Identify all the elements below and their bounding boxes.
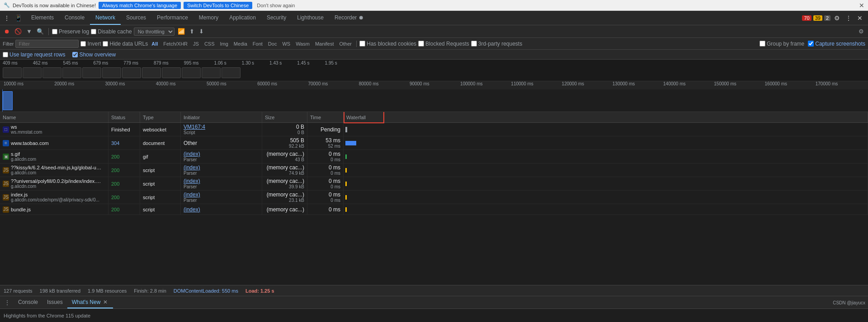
filter-button[interactable]: ▼ [25, 27, 33, 36]
more-options-button[interactable]: ⋮ [844, 14, 854, 23]
invert-label[interactable]: Invert [80, 41, 101, 47]
group-by-frame-label[interactable]: Group by frame [760, 41, 804, 47]
filter-other[interactable]: Other [337, 41, 354, 47]
filter-all[interactable]: All [150, 41, 160, 47]
filter-fetch-xhr[interactable]: Fetch/XHR [161, 41, 189, 47]
wifi-icon[interactable]: 📶 [176, 27, 186, 36]
tab-security[interactable]: Security [261, 11, 292, 25]
blocked-cookies-label[interactable]: Has blocked cookies [359, 41, 416, 47]
screenshot-thumb[interactable] [102, 67, 121, 78]
screenshot-thumb[interactable] [3, 67, 22, 78]
filter-manifest[interactable]: Manifest [313, 41, 336, 47]
whats-new-close-button[interactable]: ✕ [102, 299, 108, 305]
close-devtools-button[interactable]: ✕ [855, 14, 864, 23]
bottom-tab-whats-new[interactable]: What's New ✕ [67, 296, 113, 308]
screenshot-thumb[interactable] [23, 67, 42, 78]
clear-button[interactable]: 🚫 [13, 27, 23, 36]
capture-screenshots-label[interactable]: Capture screenshots [808, 41, 865, 47]
screenshot-thumb[interactable] [122, 67, 141, 78]
tab-sources[interactable]: Sources [121, 11, 151, 25]
filter-media[interactable]: Media [232, 41, 249, 47]
blocked-cookies-checkbox[interactable] [359, 41, 365, 47]
hide-urls-checkbox[interactable] [103, 41, 108, 47]
th-time[interactable]: Time [307, 112, 344, 122]
export-button[interactable]: ⬇ [198, 27, 205, 36]
screenshot-thumb[interactable] [62, 67, 81, 78]
screenshot-thumb[interactable] [162, 67, 181, 78]
disable-cache-label[interactable]: Disable cache [91, 28, 132, 35]
preserve-log-checkbox[interactable] [52, 29, 57, 34]
bottom-tab-console[interactable]: Console [14, 296, 42, 308]
filter-img[interactable]: Img [218, 41, 230, 47]
table-row[interactable]: ▣ s.gif g.alicdn.com 200 gif (index) Par… [0, 150, 868, 163]
large-rows-checkbox[interactable] [3, 52, 8, 57]
th-size[interactable]: Size [262, 112, 307, 122]
screenshot-thumb[interactable] [182, 67, 201, 78]
filter-js[interactable]: JS [191, 41, 201, 47]
large-rows-label[interactable]: Use large request rows [3, 51, 65, 58]
table-row[interactable]: □ ws ws.mmstat.com Finished websocket VM… [0, 123, 868, 136]
screenshot-thumb[interactable] [82, 67, 101, 78]
th-status[interactable]: Status [108, 112, 140, 122]
initiator-link[interactable]: (index) [184, 191, 200, 198]
disable-cache-checkbox[interactable] [91, 29, 96, 34]
table-row[interactable]: JS ??kissy/k/6.2.4/seed-min.js,kg/global… [0, 163, 868, 177]
filter-doc[interactable]: Doc [266, 41, 279, 47]
initiator-link[interactable]: VM167:4 [184, 124, 205, 130]
th-waterfall[interactable]: Waterfall [344, 112, 868, 122]
table-row[interactable]: JS ??universal/polyfill/0.0.2/p/index/in… [0, 177, 868, 191]
filter-css[interactable]: CSS [203, 41, 217, 47]
tab-performance[interactable]: Performance [151, 11, 193, 25]
filter-wasm[interactable]: Wasm [294, 41, 311, 47]
device-toggle-button[interactable]: 📱 [13, 14, 24, 23]
notification-close-button[interactable]: ✕ [859, 2, 864, 9]
screenshot-thumb[interactable] [202, 67, 221, 78]
devtools-menu-button[interactable]: ⋮ [2, 14, 12, 23]
bottom-tab-issues[interactable]: Issues [42, 296, 67, 308]
hide-urls-label[interactable]: Hide data URLs [103, 41, 148, 47]
th-initiator[interactable]: Initiator [181, 112, 262, 122]
tab-memory[interactable]: Memory [193, 11, 224, 25]
initiator-link[interactable]: (index) [184, 164, 200, 171]
dont-show-button[interactable]: Don't show again [257, 3, 295, 8]
show-overview-label[interactable]: Show overview [72, 51, 116, 58]
third-party-checkbox[interactable] [471, 41, 477, 47]
import-button[interactable]: ⬆ [188, 27, 196, 36]
settings-button[interactable]: ⚙ [832, 14, 842, 23]
screenshot-thumb[interactable] [142, 67, 161, 78]
tab-elements[interactable]: Elements [26, 11, 59, 25]
tab-network[interactable]: Network [90, 11, 121, 25]
throttling-select[interactable]: No throttling [134, 28, 175, 36]
th-type[interactable]: Type [140, 112, 181, 122]
filter-ws[interactable]: WS [280, 41, 292, 47]
tab-lighthouse[interactable]: Lighthouse [292, 11, 329, 25]
invert-checkbox[interactable] [80, 41, 86, 47]
screenshot-thumb[interactable] [42, 67, 61, 78]
switch-devtools-button[interactable]: Switch DevTools to Chinese [184, 2, 252, 9]
group-by-frame-checkbox[interactable] [760, 41, 765, 47]
preserve-log-label[interactable]: Preserve log [52, 28, 89, 35]
initiator-link[interactable]: (index) [184, 178, 200, 184]
tab-application[interactable]: Application [224, 11, 261, 25]
search-button[interactable]: 🔍 [35, 27, 45, 36]
blocked-req-checkbox[interactable] [418, 41, 424, 47]
filter-font[interactable]: Font [251, 41, 264, 47]
initiator-link[interactable]: (index) [184, 206, 200, 213]
network-settings-button[interactable]: ⚙ [857, 27, 865, 36]
show-overview-checkbox[interactable] [72, 52, 78, 57]
table-row[interactable]: ≡ www.taobao.com 304 document Other 505 … [0, 136, 868, 150]
bottom-menu-button[interactable]: ⋮ [3, 299, 12, 307]
screenshot-thumb[interactable] [222, 67, 241, 78]
table-row[interactable]: JS index.js g.alicdn.com/code/npm/@ali/p… [0, 191, 868, 204]
filter-input[interactable] [15, 40, 79, 48]
tab-console[interactable]: Console [59, 11, 90, 25]
table-row[interactable]: JS bundle.js 200 script (index) (memory … [0, 204, 868, 215]
initiator-link[interactable]: (index) [184, 151, 200, 157]
th-name[interactable]: Name [0, 112, 108, 122]
third-party-label[interactable]: 3rd-party requests [471, 41, 522, 47]
match-language-button[interactable]: Always match Chrome's language [99, 2, 181, 9]
capture-screenshots-checkbox[interactable] [808, 41, 814, 47]
tab-recorder[interactable]: Recorder ⏺ [329, 11, 369, 25]
record-button[interactable]: ⏺ [3, 27, 11, 36]
blocked-req-label[interactable]: Blocked Requests [418, 41, 469, 47]
